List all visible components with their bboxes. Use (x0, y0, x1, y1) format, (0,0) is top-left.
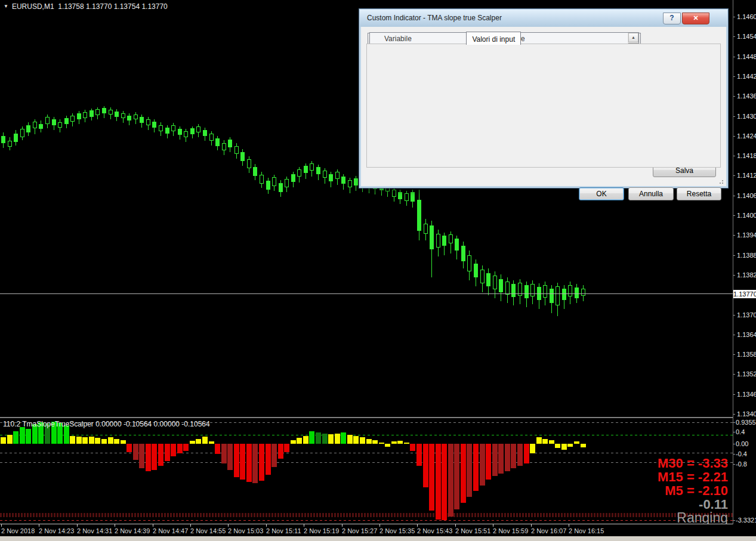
ok-button[interactable]: OK (579, 187, 624, 200)
histogram-bar (95, 438, 100, 444)
histogram-bar (549, 440, 554, 444)
cancel-button[interactable]: Annulla (628, 187, 674, 200)
histogram-bar (139, 444, 144, 468)
candle (279, 183, 283, 192)
candle (297, 169, 301, 177)
time-tick-label: 2 Nov 15:03 (228, 527, 263, 534)
histogram-bar (341, 432, 346, 444)
candle (524, 285, 529, 298)
dialog-title: Custom Indicator - TMA slope true Scalpe… (367, 14, 502, 22)
histogram-bar (171, 444, 176, 456)
candle (247, 159, 251, 168)
histogram-bar (221, 444, 227, 463)
histogram-bar (227, 444, 233, 470)
price-axis[interactable]: 1.146051.145451.144851.144251.143651.143… (733, 0, 756, 524)
candle (329, 174, 333, 181)
candle (568, 285, 572, 296)
candle (442, 236, 446, 246)
histogram-bar (309, 431, 314, 444)
candle (209, 134, 214, 141)
histogram-bar (448, 444, 453, 517)
price-tick (733, 315, 735, 316)
scroll-up-button[interactable]: ▲ (628, 33, 638, 42)
indicator-properties-dialog: Custom Indicator - TMA slope true Scalpe… (359, 8, 729, 188)
price-tick-label: 1.14125 (737, 172, 756, 179)
histogram-bar (202, 437, 208, 444)
price-tick-label: 1.13585 (737, 351, 756, 358)
level-line-plus04 (0, 435, 733, 435)
help-button[interactable]: ? (663, 13, 681, 24)
candle (499, 279, 503, 292)
candle (215, 138, 220, 146)
histogram-bar (234, 444, 239, 477)
candle (467, 255, 471, 271)
histogram-bar (511, 444, 516, 468)
candle (146, 119, 150, 125)
histogram-bar (530, 444, 535, 453)
time-tick (379, 524, 380, 527)
price-tick-label: 1.14305 (737, 113, 756, 120)
dialog-title-bar[interactable]: Custom Indicator - TMA slope true Scalpe… (360, 10, 727, 27)
histogram-bar (196, 439, 201, 444)
histogram-bar (410, 444, 415, 451)
time-tick (417, 524, 418, 527)
histogram-bar (252, 444, 258, 483)
histogram-bar (114, 439, 119, 444)
resize-grip-icon[interactable] (718, 178, 724, 184)
time-tick (1, 524, 2, 527)
price-tick-label: 1.13645 (737, 331, 756, 338)
price-tick (733, 175, 735, 176)
candle (455, 239, 459, 251)
time-tick-label: 2 Nov 14:31 (77, 527, 112, 534)
candle (505, 282, 510, 295)
candle (20, 129, 24, 137)
histogram-bar (246, 444, 252, 482)
candle (184, 131, 188, 137)
histogram-bar (183, 444, 189, 451)
histogram-bar (517, 444, 523, 466)
histogram-bar (429, 444, 434, 511)
indicator-tick (733, 464, 735, 465)
time-tick (493, 524, 493, 527)
time-tick-label: 2 Nov 14:55 (190, 527, 226, 534)
price-tick (733, 196, 735, 196)
time-tick (77, 524, 78, 527)
indicator-tick (733, 520, 735, 521)
tab-valori-di-input[interactable]: Valori di input (466, 32, 521, 45)
candle (152, 122, 156, 128)
histogram-bar (391, 441, 397, 444)
candle (228, 140, 232, 147)
symbol-dropdown-icon[interactable]: ▼ (4, 4, 8, 9)
histogram-bar (480, 444, 485, 486)
indicator-pane[interactable]: 110.2 TmaSlopeTrueScalper 0.00000 -0.105… (0, 418, 733, 524)
histogram-bar (454, 444, 459, 509)
price-tick (733, 335, 735, 335)
indicator-tick-label: 0.4 (736, 428, 745, 435)
close-button[interactable]: ✕ (682, 13, 709, 24)
candle (272, 177, 276, 186)
histogram-bar (121, 440, 126, 444)
candle (253, 167, 257, 176)
price-tick (733, 354, 735, 355)
time-tick-label: 2 Nov 14:23 (39, 527, 74, 534)
histogram-bar (353, 436, 359, 444)
histogram-bar (322, 434, 328, 444)
price-tick (733, 136, 735, 137)
reset-button[interactable]: Resetta (677, 187, 721, 200)
indicator-title: 110.2 TmaSlopeTrueScalper 0.00000 -0.105… (3, 420, 210, 428)
time-tick-label: 2 Nov 15:59 (493, 527, 528, 534)
histogram-bar (291, 440, 296, 444)
histogram-bar (271, 444, 277, 467)
candle (411, 192, 415, 202)
candle (304, 166, 308, 173)
indicator-tick (733, 432, 735, 432)
candle (109, 110, 113, 115)
histogram-bar (133, 444, 138, 460)
price-tick-label: 1.14185 (737, 152, 756, 159)
time-axis[interactable]: 2 Nov 20182 Nov 14:232 Nov 14:312 Nov 14… (0, 524, 756, 536)
histogram-bar (259, 444, 264, 481)
candle (14, 134, 18, 142)
histogram-bar (278, 444, 283, 459)
histogram-bar (555, 444, 560, 448)
column-header-variable: Variabile (384, 35, 412, 43)
